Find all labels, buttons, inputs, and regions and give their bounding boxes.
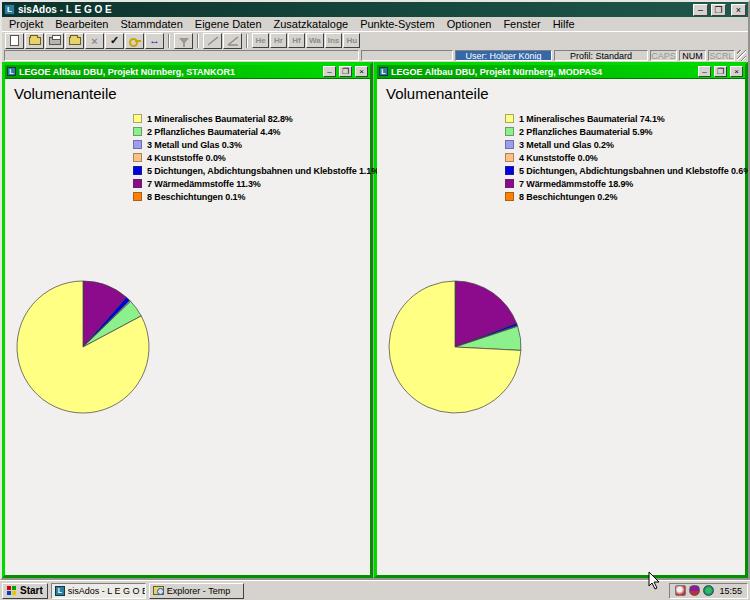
task-button[interactable]: Explorer - Temp [149, 583, 244, 599]
open-button[interactable] [25, 33, 44, 49]
windows-logo-icon [7, 586, 17, 596]
delete-button[interactable]: × [85, 33, 104, 49]
legend-label: 2 Pflanzliches Baumaterial 4.4% [147, 127, 280, 137]
tray-shield-icon[interactable] [689, 585, 700, 596]
close-button[interactable]: × [731, 4, 746, 16]
legend-label: 7 Wärmedämmstoffe 18.9% [519, 179, 633, 189]
app-icon: L [4, 4, 15, 15]
status-panel-empty [361, 50, 453, 61]
toolbar-text-button[interactable]: Hu [343, 33, 360, 48]
delete-icon: × [91, 35, 97, 47]
task-app-icon: L [55, 586, 65, 596]
legend-item: 7 Wärmedämmstoffe 18.9% [505, 177, 748, 190]
start-button[interactable]: Start [2, 583, 48, 599]
export-button[interactable] [65, 33, 84, 49]
legend-swatch [133, 153, 142, 162]
menu-item[interactable]: Fenster [499, 18, 548, 30]
chart-title: Volumenanteile [386, 85, 489, 102]
menu-item[interactable]: Hilfe [549, 18, 583, 30]
legend-swatch [505, 153, 514, 162]
chart-area: Volumenanteile 1 Mineralisches Baumateri… [377, 78, 745, 575]
key-button[interactable] [125, 33, 144, 49]
legend-item: 4 Kunststoffe 0.0% [505, 151, 748, 164]
menu-item[interactable]: Bearbeiten [51, 18, 116, 30]
slope-tool-button-2[interactable] [223, 33, 242, 49]
toolbar-text-button[interactable]: He [252, 33, 269, 48]
menu-item[interactable]: Eigene Daten [191, 18, 270, 30]
legend-item: 8 Beschichtungen 0.1% [133, 190, 379, 203]
child-titlebar[interactable]: L LEGOE Altbau DBU, Projekt Nürnberg, MO… [377, 65, 745, 78]
menu-item[interactable]: Stammdaten [116, 18, 190, 30]
start-label: Start [20, 585, 43, 596]
confirm-button[interactable]: ✓ [105, 33, 124, 49]
toolbar-text-button[interactable]: Hf [288, 33, 305, 48]
document-icon: L [379, 67, 388, 76]
menu-bar: ProjektBearbeitenStammdatenEigene DatenZ… [2, 17, 748, 31]
filter-button[interactable] [174, 33, 193, 49]
legend-swatch [505, 166, 514, 175]
taskbar: Start L sisAdos - L E G O E Explorer - T… [0, 580, 750, 600]
legend-swatch [133, 192, 142, 201]
menu-item[interactable]: Zusatzkataloge [270, 18, 357, 30]
legend-item: 4 Kunststoffe 0.0% [133, 151, 379, 164]
pie-chart [13, 277, 153, 417]
menu-item[interactable]: Optionen [443, 18, 500, 30]
child-window-title: LEGOE Altbau DBU, Projekt Nürnberg, MODP… [391, 67, 695, 77]
export-icon [69, 37, 81, 45]
slope-tool-button-1[interactable] [203, 33, 222, 49]
chart-area: Volumenanteile 1 Mineralisches Baumateri… [5, 78, 370, 575]
scrl-indicator: SCRL [708, 50, 735, 61]
toolbar-text-button[interactable]: Wa [306, 33, 324, 48]
child-close-button[interactable]: × [730, 66, 743, 77]
legend-item: 5 Dichtungen, Abdichtungsbahnen und Kleb… [133, 164, 379, 177]
menu-item[interactable]: Punkte-System [356, 18, 443, 30]
swap-arrows-icon: ↔ [149, 35, 160, 46]
legend-swatch [505, 140, 514, 149]
child-close-button[interactable]: × [355, 66, 368, 77]
child-window-title: LEGOE Altbau DBU, Projekt Nürnberg, STAN… [19, 67, 320, 77]
maximize-button[interactable]: ❐ [711, 4, 726, 16]
toolbar-text-button[interactable]: Hr [270, 33, 287, 48]
legend-item: 7 Wärmedämmstoffe 11.3% [133, 177, 379, 190]
legend-label: 2 Pflanzliches Baumaterial 5.9% [519, 127, 652, 137]
legend-label: 8 Beschichtungen 0.1% [147, 192, 245, 202]
system-tray: 15:55 [669, 583, 748, 599]
status-panel-empty [4, 50, 359, 61]
mdi-area: L LEGOE Altbau DBU, Projekt Nürnberg, ST… [2, 62, 748, 578]
task-label: Explorer - Temp [167, 586, 230, 596]
toolbar: × ✓ ↔ HeHrHfWaInsHu [2, 31, 748, 49]
new-button[interactable] [5, 33, 24, 49]
print-icon [49, 37, 61, 45]
status-user: User: Holger König [455, 50, 552, 61]
legend-label: 5 Dichtungen, Abdichtungsbahnen und Kleb… [147, 166, 379, 176]
filter-icon [179, 38, 189, 44]
taskbar-clock: 15:55 [719, 586, 742, 596]
print-button[interactable] [45, 33, 64, 49]
child-minimize-button[interactable]: – [323, 66, 336, 77]
menu-item[interactable]: Projekt [5, 18, 51, 30]
task-explorer-icon [153, 586, 164, 595]
tray-volume-icon[interactable] [675, 585, 686, 596]
tray-network-icon[interactable] [703, 585, 714, 596]
open-folder-icon [29, 37, 41, 45]
legend-label: 4 Kunststoffe 0.0% [147, 153, 226, 163]
legend-label: 3 Metall und Glas 0.3% [147, 140, 242, 150]
minimize-button[interactable]: – [693, 4, 708, 16]
swap-windows-button[interactable]: ↔ [145, 33, 164, 49]
legend-swatch [505, 127, 514, 136]
chart-legend: 1 Mineralisches Baumaterial 74.1%2 Pflan… [505, 112, 748, 203]
task-button[interactable]: L sisAdos - L E G O E [51, 583, 146, 599]
legend-item: 3 Metall und Glas 0.2% [505, 138, 748, 151]
legend-item: 2 Pflanzliches Baumaterial 4.4% [133, 125, 379, 138]
main-window: L sisAdos - L E G O E – ❐ × ProjektBearb… [0, 0, 750, 580]
resize-grip[interactable] [737, 50, 746, 61]
legend-swatch [133, 114, 142, 123]
child-minimize-button[interactable]: – [698, 66, 711, 77]
legend-swatch [133, 140, 142, 149]
child-maximize-button[interactable]: ❐ [714, 66, 727, 77]
child-titlebar[interactable]: L LEGOE Altbau DBU, Projekt Nürnberg, ST… [5, 65, 370, 78]
status-profile: Profil: Standard [554, 50, 648, 61]
legend-item: 8 Beschichtungen 0.2% [505, 190, 748, 203]
toolbar-text-button[interactable]: Ins [325, 33, 343, 48]
child-maximize-button[interactable]: ❐ [339, 66, 352, 77]
